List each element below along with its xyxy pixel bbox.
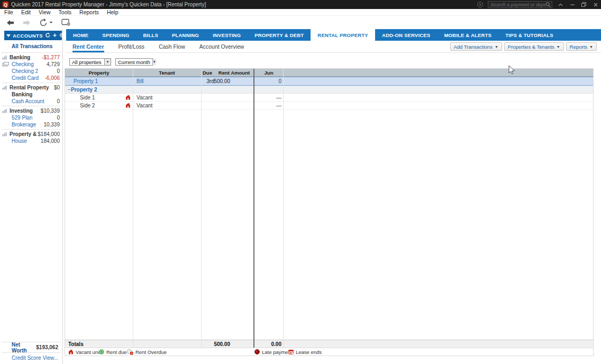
title-bar: Q Quicken 2017 Rental Property Manager -… <box>0 0 601 9</box>
account-cash-account[interactable]: Cash Account 0 <box>0 98 62 105</box>
reports-button[interactable]: Reports▼ <box>566 42 597 51</box>
property-link[interactable]: Property 2 <box>71 87 97 93</box>
accounts-header[interactable]: ACCOUNTS + ⚙ <box>4 31 62 40</box>
add-account-icon[interactable]: + <box>53 33 57 38</box>
table-row-property-1[interactable]: Property 1 Bill 3rd 500.00 0 <box>65 77 593 86</box>
account-group-property-amp-debt[interactable]: Property & Debt $184,000 <box>0 131 62 138</box>
restore-button[interactable] <box>580 1 587 8</box>
refresh-button[interactable] <box>39 19 53 27</box>
back-button[interactable] <box>6 20 14 26</box>
table-row-property-2[interactable]: − Property 2 <box>65 86 593 94</box>
account-house[interactable]: House 184,000 <box>0 138 62 144</box>
tab-investing[interactable]: INVESTING <box>206 29 248 41</box>
legend-label: Vacant unit <box>76 349 101 355</box>
menu-view[interactable]: View <box>39 9 51 15</box>
tab-home[interactable]: HOME <box>66 29 95 41</box>
menu-file[interactable]: File <box>4 9 13 15</box>
menu-edit[interactable]: Edit <box>21 9 31 15</box>
collapse-group-icon[interactable]: − <box>65 87 71 93</box>
sidebar-divider <box>2 352 61 353</box>
add-transactions-button[interactable]: Add Transactions▼ <box>450 42 502 51</box>
forward-button[interactable] <box>23 20 31 26</box>
premium-support-icon[interactable] <box>477 2 483 7</box>
subtab-profit-loss[interactable]: Profit/Loss <box>119 41 145 52</box>
subtab-rent-center[interactable]: Rent Center <box>72 41 104 52</box>
account-checking[interactable]: Checking 4,729 <box>0 61 62 68</box>
sidebar-divider <box>2 52 61 53</box>
tab-mobile-amp-alerts[interactable]: MOBILE & ALERTS <box>437 29 498 41</box>
refresh-accounts-icon[interactable] <box>45 33 50 38</box>
totals-jun: 0.00 <box>254 341 284 347</box>
account-credit-card[interactable]: Credit Card -6,006 <box>0 75 62 81</box>
credit-score-row[interactable]: Credit Score View... <box>0 354 62 362</box>
mini-chart-icon <box>0 108 10 113</box>
table-body: Property 1 Bill 3rd 500.00 0 − Property … <box>65 77 593 340</box>
close-button[interactable] <box>592 1 599 8</box>
vacant-unit-icon <box>125 103 131 108</box>
column-header-jun[interactable]: Jun <box>254 69 284 76</box>
credit-score-view-link[interactable]: View... <box>43 355 58 361</box>
collapse-titlebar-button[interactable] <box>557 1 564 8</box>
tab-property-amp-debt[interactable]: PROPERTY & DEBT <box>248 29 311 41</box>
tab-planning[interactable]: PLANNING <box>165 29 206 41</box>
dropdown-arrow-icon[interactable]: ▼ <box>104 59 111 65</box>
collapse-accounts-icon[interactable] <box>6 34 11 37</box>
totals-row: Totals 500.00 0.00 <box>65 340 593 348</box>
tab-rental-property[interactable]: RENTAL PROPERTY <box>311 29 375 41</box>
month-value: — <box>254 102 284 109</box>
column-header-tenant[interactable]: Tenant <box>133 69 201 76</box>
tenant-status: Vacant <box>133 102 201 109</box>
column-header-property[interactable]: Property <box>65 69 133 76</box>
table-row-side-2[interactable]: Side 2 Vacant — <box>65 102 593 110</box>
account-brokerage[interactable]: Brokerage 10,339 <box>0 121 62 128</box>
property-filter-dropdown[interactable]: All properties ▼ <box>69 58 111 66</box>
net-worth-label: Net Worth <box>12 342 36 353</box>
tab-bills[interactable]: BILLS <box>136 29 165 41</box>
legend-label: Late payment <box>262 349 293 355</box>
global-search[interactable] <box>488 1 552 8</box>
tenant-link[interactable]: Bill <box>136 78 143 84</box>
legend-item: Vacant unit <box>68 348 101 356</box>
tab-tips-amp-tutorials[interactable]: TIPS & TUTORIALS <box>498 29 560 41</box>
account-banking[interactable]: Banking <box>0 91 62 98</box>
column-header-rent-amount[interactable]: Rent Amount <box>214 69 254 76</box>
property-link[interactable]: Property 1 <box>74 78 98 84</box>
minimize-button[interactable] <box>569 1 576 8</box>
one-step-update-button[interactable] <box>61 19 71 26</box>
account-group-investing[interactable]: Investing $10,339 <box>0 107 62 114</box>
legend-label: Rent Overdue <box>135 349 167 355</box>
dropdown-arrow-icon: ▼ <box>557 45 560 49</box>
refresh-dropdown-arrow-icon[interactable] <box>49 21 53 24</box>
subtab-account-overview[interactable]: Account Overview <box>199 41 244 52</box>
late-payment-icon <box>254 349 260 354</box>
unit-label: Side 2 <box>80 103 95 108</box>
properties-amp-tenants-button[interactable]: Properties & Tenants▼ <box>504 42 564 51</box>
column-header-due[interactable]: Due <box>201 69 214 76</box>
account-checking-2[interactable]: Checking 2 0 <box>0 68 62 75</box>
search-icon <box>545 2 551 7</box>
window-title: Quicken 2017 Rental Property Manager - J… <box>11 2 206 7</box>
table-row-side-1[interactable]: Side 1 Vacant — <box>65 94 593 102</box>
period-filter-dropdown[interactable]: Current month ▼ <box>115 58 153 66</box>
all-transactions-link[interactable]: All Transactions <box>0 40 62 51</box>
subtab-cash-flow[interactable]: Cash Flow <box>159 41 185 52</box>
menu-reports[interactable]: Reports <box>79 9 99 15</box>
menu-help[interactable]: Help <box>107 9 119 15</box>
tab-spending[interactable]: SPENDING <box>95 29 136 41</box>
due-day: 3rd <box>201 77 214 85</box>
credit-score-label: Credit Score <box>12 355 41 361</box>
dropdown-arrow-icon[interactable]: ▼ <box>152 59 156 65</box>
menu-tools[interactable]: Tools <box>59 9 72 15</box>
account-list: Banking -$1,277 Checking 4,729 Checking … <box>0 54 62 144</box>
net-worth-row[interactable]: Net Worth $193,062 <box>0 343 62 351</box>
account-529-plan[interactable]: 529 Plan 0 <box>0 114 62 121</box>
mini-chart-icon <box>0 55 10 60</box>
property-filter-value: All properties <box>70 59 104 65</box>
account-group-rental-property[interactable]: Rental Property $0 <box>0 84 62 91</box>
net-worth-value: $193,062 <box>36 344 58 350</box>
legend-item: Rent due <box>99 348 127 356</box>
account-group-banking[interactable]: Banking -$1,277 <box>0 54 62 61</box>
search-input[interactable] <box>490 2 545 7</box>
filter-row: All properties ▼ Current month ▼ <box>69 58 594 66</box>
tab-add-on-services[interactable]: ADD-ON SERVICES <box>375 29 438 41</box>
